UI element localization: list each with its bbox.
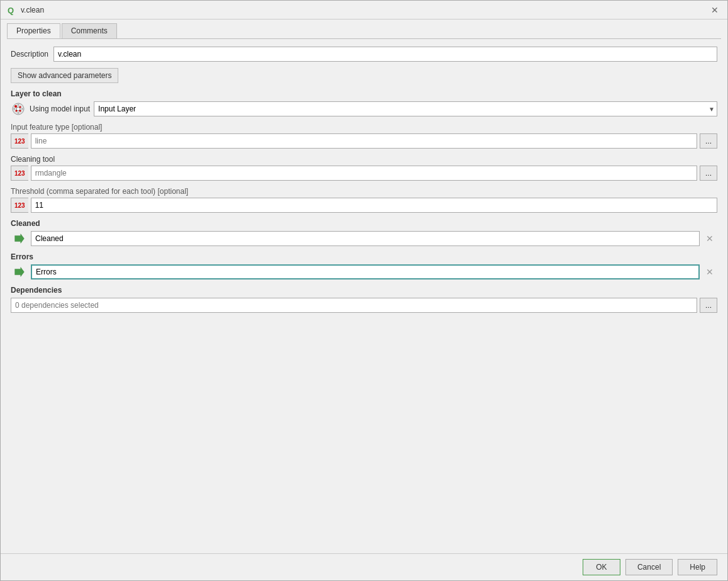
errors-input[interactable] xyxy=(31,264,700,279)
tab-comments[interactable]: Comments xyxy=(62,23,117,38)
cleaning-tool-label: Cleaning tool xyxy=(11,155,717,164)
threshold-group: Threshold (comma separated for each tool… xyxy=(11,187,717,213)
errors-row: ✕ xyxy=(11,264,717,279)
input-feature-type-label: Input feature type [optional] xyxy=(11,123,717,132)
errors-arrow-icon xyxy=(11,264,28,279)
tabs-bar: Properties Comments xyxy=(1,20,727,38)
errors-label: Errors xyxy=(11,252,717,261)
window-title: v.clean xyxy=(21,6,44,14)
dependencies-row: … xyxy=(11,298,717,313)
cleaned-clear-button[interactable]: ✕ xyxy=(702,231,717,246)
svg-point-4 xyxy=(20,106,21,108)
svg-text:Q: Q xyxy=(8,6,14,15)
main-window: Q v.clean ✕ Properties Comments Descript… xyxy=(0,0,728,581)
svg-point-3 xyxy=(14,105,17,108)
cleaning-tool-group: Cleaning tool 123 … xyxy=(11,155,717,181)
dependencies-label: Dependencies xyxy=(11,286,717,295)
cleaned-label: Cleaned xyxy=(11,219,717,228)
input-feature-type-browse[interactable]: … xyxy=(700,133,717,149)
cleaned-group: Cleaned ✕ xyxy=(11,219,717,246)
dependencies-browse[interactable]: … xyxy=(700,298,717,313)
footer: OK Cancel Help xyxy=(1,553,727,580)
threshold-row: 123 xyxy=(11,198,717,213)
input-feature-type-input[interactable] xyxy=(31,133,697,149)
title-bar-left: Q v.clean xyxy=(7,5,44,15)
ok-button[interactable]: OK xyxy=(583,559,620,575)
svg-point-5 xyxy=(16,110,18,112)
description-label: Description xyxy=(11,50,48,59)
using-model-label: Using model input xyxy=(30,104,90,113)
svg-marker-7 xyxy=(15,234,25,244)
cleaned-input[interactable] xyxy=(31,231,700,246)
dependencies-input[interactable] xyxy=(11,298,697,313)
layer-select-wrap: Input Layer ▼ xyxy=(94,101,717,116)
input-feature-type-icon: 123 xyxy=(11,133,28,149)
content-area: Description Show advanced parameters Lay… xyxy=(1,39,727,553)
cleaning-tool-browse[interactable]: … xyxy=(700,166,717,181)
cleaning-tool-icon: 123 xyxy=(11,166,28,181)
description-input[interactable] xyxy=(53,47,717,62)
help-button[interactable]: Help xyxy=(678,559,717,575)
input-feature-type-row: 123 … xyxy=(11,133,717,149)
threshold-label: Threshold (comma separated for each tool… xyxy=(11,187,717,196)
dependencies-group: Dependencies … xyxy=(11,286,717,313)
layer-select[interactable]: Input Layer xyxy=(94,101,717,116)
errors-clear-button[interactable]: ✕ xyxy=(702,264,717,279)
input-feature-type-group: Input feature type [optional] 123 … xyxy=(11,123,717,149)
cleaning-tool-input[interactable] xyxy=(31,166,697,181)
layer-to-clean-group: Layer to clean xyxy=(11,89,717,116)
model-gear-icon xyxy=(11,101,26,116)
errors-group: Errors ✕ xyxy=(11,252,717,279)
layer-to-clean-label: Layer to clean xyxy=(11,89,717,98)
title-bar: Q v.clean ✕ xyxy=(1,1,727,20)
show-advanced-button[interactable]: Show advanced parameters xyxy=(11,68,118,83)
cleaned-row: ✕ xyxy=(11,231,717,246)
cleaned-arrow-icon xyxy=(11,231,28,246)
cleaning-tool-row: 123 … xyxy=(11,166,717,181)
tab-properties[interactable]: Properties xyxy=(7,23,60,38)
svg-point-6 xyxy=(20,110,21,112)
model-input-row: Using model input Input Layer ▼ xyxy=(11,101,717,116)
threshold-input[interactable] xyxy=(31,198,717,213)
threshold-icon: 123 xyxy=(11,198,28,213)
cancel-button[interactable]: Cancel xyxy=(625,559,673,575)
close-button[interactable]: ✕ xyxy=(708,4,721,16)
description-row: Description xyxy=(11,47,717,62)
svg-marker-8 xyxy=(15,268,25,277)
app-icon: Q xyxy=(7,5,17,15)
